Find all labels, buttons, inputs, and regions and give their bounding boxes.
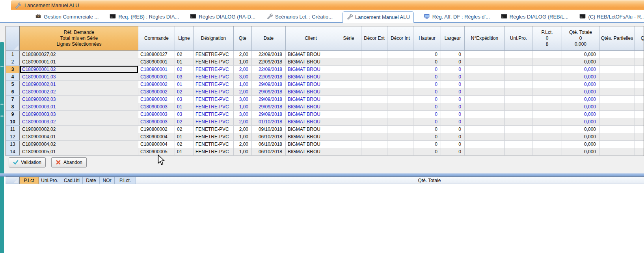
cell-serie[interactable] (336, 66, 361, 73)
column-header-decor-int[interactable]: Décor Int (387, 26, 413, 51)
cell-hauteur[interactable]: 0 (413, 81, 441, 88)
cell-designation[interactable]: FENETRE-PVC (194, 88, 234, 96)
cell-qte-totale[interactable]: 0,000 (562, 111, 599, 118)
cell-ligne[interactable]: 02 (175, 141, 194, 148)
cell-q-partial[interactable] (635, 66, 644, 73)
cell-largeur[interactable]: 0 (441, 73, 465, 81)
column-header-n-expedition[interactable]: N°Expédition (465, 26, 505, 51)
cell-n-expedition[interactable] (465, 58, 505, 66)
cell-p-lct[interactable] (532, 126, 562, 133)
cell-hauteur[interactable]: 0 (413, 51, 441, 58)
cell-q-partial[interactable] (635, 81, 644, 88)
column-header-client[interactable]: Client (286, 26, 336, 51)
bottom-tab-nor[interactable]: NOr (100, 177, 115, 184)
row-number[interactable]: 8 (6, 103, 20, 111)
tab-regles-dialog-ra[interactable]: Règles DIALOG (RA-D... (189, 11, 257, 22)
cell-qtes-partielles[interactable] (599, 66, 635, 73)
cell-qte-totale[interactable]: 0,000 (562, 126, 599, 133)
row-number[interactable]: 3 (6, 66, 20, 73)
cell-uni-pro[interactable] (505, 111, 532, 118)
cell-n-expedition[interactable] (465, 96, 505, 103)
cell-commande[interactable]: C180900005 (138, 148, 175, 156)
cell-qte-totale[interactable]: 0,000 (562, 73, 599, 81)
cell-largeur[interactable]: 0 (441, 148, 465, 156)
cell-decor-ext[interactable] (361, 66, 387, 73)
cell-commande[interactable]: C180800027 (138, 51, 175, 58)
cell-date[interactable]: 29/09/2018 (252, 96, 286, 103)
bottom-tab-cad-uti[interactable]: Cad.Uti (61, 177, 83, 184)
cell-decor-ext[interactable] (361, 51, 387, 58)
cell-decor-ext[interactable] (361, 126, 387, 133)
cell-designation[interactable]: FENETRE-PVC (194, 66, 234, 73)
cell-qte[interactable]: 2,00 (234, 66, 252, 73)
cell-ref-demande[interactable]: C180900001,01 (20, 58, 138, 66)
cell-largeur[interactable]: 0 (441, 96, 465, 103)
cell-n-expedition[interactable] (465, 81, 505, 88)
cell-serie[interactable] (336, 81, 361, 88)
cell-commande[interactable]: C180900002 (138, 88, 175, 96)
cell-ref-demande[interactable]: C180900002,02 (20, 88, 138, 96)
tab-c-reb-lctofsalu[interactable]: (C) REB/LctOFsAlu - R... (578, 11, 644, 22)
cell-hauteur[interactable]: 0 (413, 133, 441, 141)
cell-serie[interactable] (336, 58, 361, 66)
cell-uni-pro[interactable] (505, 66, 532, 73)
cell-client[interactable]: BIGMAT BROU (286, 118, 336, 126)
cell-decor-int[interactable] (387, 141, 413, 148)
cell-q-partial[interactable] (635, 148, 644, 156)
cell-designation[interactable]: FENETRE-PVC (194, 58, 234, 66)
cell-ligne[interactable]: 02 (175, 51, 194, 58)
cell-ref-demande[interactable]: C190800002,02 (20, 126, 138, 133)
cell-qtes-partielles[interactable] (599, 118, 635, 126)
cell-decor-int[interactable] (387, 66, 413, 73)
column-header-largeur[interactable]: Largeur (441, 26, 465, 51)
cell-largeur[interactable]: 0 (441, 81, 465, 88)
cell-uni-pro[interactable] (505, 96, 532, 103)
column-header-ligne[interactable]: Ligne (175, 26, 194, 51)
cell-decor-ext[interactable] (361, 118, 387, 126)
row-number[interactable]: 13 (6, 141, 20, 148)
cell-p-lct[interactable] (532, 51, 562, 58)
cell-decor-int[interactable] (387, 81, 413, 88)
bottom-tab-uni-pro[interactable]: Uni.Pro. (39, 177, 61, 184)
docked-panel-edge[interactable] (0, 42, 4, 253)
cell-uni-pro[interactable] (505, 51, 532, 58)
cell-client[interactable]: BIGMAT BROU (286, 148, 336, 156)
cell-largeur[interactable]: 0 (441, 111, 465, 118)
cell-qtes-partielles[interactable] (599, 51, 635, 58)
cell-client[interactable]: BIGMAT BROU (286, 51, 336, 58)
cell-date[interactable]: 22/09/2018 (252, 51, 286, 58)
bottom-tab-date[interactable]: Date (83, 177, 100, 184)
cell-decor-ext[interactable] (361, 111, 387, 118)
row-number[interactable]: 5 (6, 81, 20, 88)
cell-uni-pro[interactable] (505, 118, 532, 126)
column-header-qtes-partielles[interactable]: Qtés. Partielles (599, 26, 635, 51)
cell-serie[interactable] (336, 126, 361, 133)
cell-qte[interactable]: 2,00 (234, 126, 252, 133)
cell-qtes-partielles[interactable] (599, 96, 635, 103)
cell-qte[interactable]: 1,00 (234, 81, 252, 88)
column-header-q-partial[interactable]: Q (635, 26, 644, 51)
cell-ligne[interactable]: 02 (175, 126, 194, 133)
cell-date[interactable]: 01/10/2018 (252, 118, 286, 126)
cell-n-expedition[interactable] (465, 66, 505, 73)
cell-date[interactable]: 06/10/2018 (252, 133, 286, 141)
cell-p-lct[interactable] (532, 88, 562, 96)
cell-n-expedition[interactable] (465, 148, 505, 156)
cell-ligne[interactable]: 01 (175, 81, 194, 88)
tab-regles-dialog-reb[interactable]: Règles DIALOG (REB/L... (500, 11, 570, 22)
cell-commande[interactable]: C180900001 (138, 58, 175, 66)
cell-commande[interactable]: C180900001 (138, 73, 175, 81)
cell-uni-pro[interactable] (505, 103, 532, 111)
cell-ref-demande[interactable]: C180900004,01 (20, 133, 138, 141)
cell-qte[interactable]: 1,00 (234, 103, 252, 111)
cell-decor-int[interactable] (387, 103, 413, 111)
cell-decor-ext[interactable] (361, 148, 387, 156)
cell-uni-pro[interactable] (505, 88, 532, 96)
cell-commande[interactable]: C180900002 (138, 81, 175, 88)
cell-serie[interactable] (336, 118, 361, 126)
row-number[interactable]: 6 (6, 88, 20, 96)
horizontal-splitter[interactable] (0, 173, 644, 177)
cell-p-lct[interactable] (532, 118, 562, 126)
row-number[interactable]: 7 (6, 96, 20, 103)
cell-decor-ext[interactable] (361, 58, 387, 66)
